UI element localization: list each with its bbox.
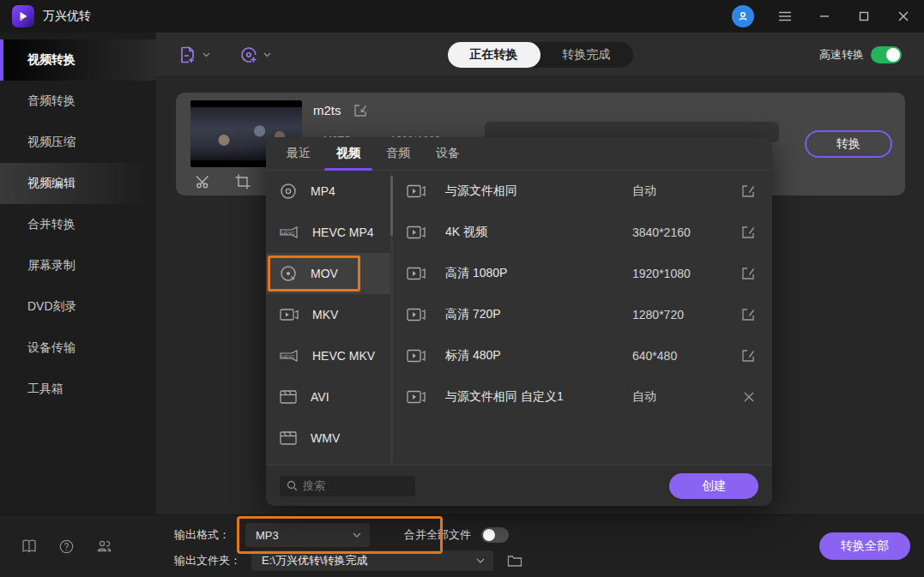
help-icon[interactable]: [59, 539, 74, 554]
svg-text:HEVC: HEVC: [281, 354, 295, 359]
edit-icon[interactable]: [741, 267, 755, 280]
preset-same-as-source[interactable]: 与源文件相同 自动: [399, 171, 772, 212]
edit-icon[interactable]: [741, 308, 755, 322]
preset-value: 自动: [632, 389, 743, 405]
sidebar-item-label: 音频转换: [27, 93, 75, 109]
format-item-avi[interactable]: AVI: [266, 376, 390, 418]
contact-support-icon[interactable]: [96, 539, 112, 553]
output-format-select[interactable]: MP3: [245, 523, 370, 547]
merge-all-label: 合并全部文件: [404, 527, 471, 543]
popup-tab-device[interactable]: 设备: [436, 137, 460, 171]
delete-icon[interactable]: [743, 391, 755, 403]
svg-text:HEVC: HEVC: [281, 231, 295, 236]
preset-value: 自动: [632, 183, 741, 199]
sidebar-item-video-convert[interactable]: 视频转换: [0, 39, 156, 81]
convert-all-button[interactable]: 转换全部: [819, 532, 910, 560]
sidebar-item-label: 视频转换: [27, 52, 75, 68]
sidebar-item-dvd-burn[interactable]: DVD刻录: [0, 286, 156, 328]
output-format-popup: 最近 视频 音频 设备 MP4 HEVC: [266, 137, 772, 506]
format-search-input[interactable]: [303, 479, 408, 492]
edit-icon[interactable]: [741, 349, 755, 363]
account-avatar[interactable]: [732, 5, 754, 27]
task-list-area: m2ts M2TS 1920*1080 转换: [156, 77, 924, 514]
add-file-button[interactable]: [178, 45, 210, 64]
format-item-mov[interactable]: MOV: [266, 253, 390, 294]
format-item-mkv[interactable]: MKV: [266, 294, 390, 335]
tab-finished[interactable]: 转换完成: [541, 42, 633, 68]
merge-all-toggle[interactable]: [481, 527, 509, 543]
output-folder-path: E:\万兴优转\转换完成: [262, 553, 476, 568]
sidebar-item-label: DVD刻录: [27, 299, 77, 315]
rename-icon[interactable]: [353, 104, 367, 117]
output-folder-label: 输出文件夹：: [174, 553, 241, 568]
popup-tab-recent[interactable]: 最近: [287, 137, 311, 171]
preset-label: 与源文件相同: [445, 183, 632, 199]
format-label: MOV: [311, 267, 338, 280]
trim-icon[interactable]: [195, 173, 212, 190]
format-label: AVI: [311, 390, 329, 404]
sidebar-item-video-compress[interactable]: 视频压缩: [0, 122, 156, 163]
app-window: 万兴优转 视频转换 音频转换 视频压缩 视频编辑 合并转: [0, 0, 924, 577]
minimize-button[interactable]: [816, 8, 833, 25]
preset-value: 1920*1080: [632, 267, 741, 280]
fast-convert-label: 高速转换: [819, 47, 864, 63]
sidebar-item-label: 视频编辑: [27, 176, 75, 191]
edit-icon[interactable]: [741, 184, 755, 198]
menu-icon[interactable]: [776, 8, 794, 25]
sidebar-item-device-transfer[interactable]: 设备传输: [0, 328, 156, 369]
user-guide-icon[interactable]: [21, 539, 37, 553]
preset-4k[interactable]: 4K 视频 3840*2160: [399, 212, 772, 253]
sidebar-item-label: 屏幕录制: [27, 258, 75, 273]
preset-list: 与源文件相同 自动 4K 视频 3840*2160: [390, 171, 772, 465]
format-item-mp4[interactable]: MP4: [266, 171, 390, 212]
preset-1080p[interactable]: 高清 1080P 1920*1080: [399, 253, 772, 294]
sidebar-item-toolbox[interactable]: 工具箱: [0, 369, 156, 410]
disc-icon: [279, 264, 298, 283]
preset-label: 与源文件相同 自定义1: [445, 389, 632, 405]
disc-icon: [279, 182, 298, 201]
format-item-wmv[interactable]: WMV: [266, 418, 390, 459]
sidebar: 视频转换 音频转换 视频压缩 视频编辑 合并转换 屏幕录制 DVD刻录 设备传输…: [0, 33, 156, 514]
format-list-scrollbar[interactable]: [390, 172, 393, 463]
format-item-hevc-mkv[interactable]: HEVC HEVC MKV: [266, 335, 390, 376]
format-label: MP4: [311, 184, 335, 198]
open-folder-icon[interactable]: [507, 555, 522, 568]
create-preset-button[interactable]: 创建: [669, 473, 758, 499]
sidebar-item-label: 合并转换: [27, 217, 75, 232]
preset-720p[interactable]: 高清 720P 1280*720: [399, 294, 772, 335]
tab-converting[interactable]: 正在转换: [448, 42, 541, 68]
sidebar-item-audio-convert[interactable]: 音频转换: [0, 81, 156, 122]
load-dvd-button[interactable]: [239, 45, 271, 64]
preset-label: 高清 1080P: [445, 266, 632, 281]
maximize-button[interactable]: [855, 8, 873, 25]
video-camera-icon: [279, 306, 299, 323]
preset-label: 标清 480P: [445, 348, 632, 364]
bottombar: 输出格式： MP3 合并全部文件 输出文件夹： E:\万兴优转\转换完成 转换全…: [0, 514, 924, 577]
popup-tab-video[interactable]: 视频: [336, 137, 360, 171]
sidebar-item-merge-convert[interactable]: 合并转换: [0, 204, 156, 245]
video-camera-icon: [406, 348, 426, 364]
convert-button[interactable]: 转换: [805, 130, 892, 158]
preset-480p[interactable]: 标清 480P 640*480: [399, 335, 772, 376]
preset-custom-1[interactable]: 与源文件相同 自定义1 自动: [399, 376, 772, 418]
fast-convert-toggle[interactable]: [871, 46, 902, 63]
output-folder-select[interactable]: E:\万兴优转\转换完成: [251, 550, 493, 571]
sidebar-item-video-edit[interactable]: 视频编辑: [0, 163, 156, 204]
chevron-down-icon: [476, 558, 485, 563]
app-title: 万兴优转: [43, 9, 91, 24]
close-button[interactable]: [895, 8, 912, 25]
crop-icon[interactable]: [234, 173, 251, 190]
sidebar-item-label: 视频压缩: [27, 135, 75, 150]
popup-tab-audio[interactable]: 音频: [386, 137, 410, 171]
clapperboard-icon: [279, 388, 298, 406]
edit-icon[interactable]: [741, 225, 755, 239]
sidebar-item-label: 设备传输: [27, 340, 75, 356]
clapperboard-icon: [279, 430, 298, 447]
format-label: HEVC MP4: [312, 225, 374, 239]
sidebar-item-screen-record[interactable]: 屏幕录制: [0, 245, 156, 286]
format-search-box: [280, 476, 415, 496]
format-item-hevc-mp4[interactable]: HEVC HEVC MP4: [266, 212, 390, 253]
video-camera-icon: [406, 183, 426, 199]
video-camera-icon: [406, 266, 426, 281]
chevron-down-icon: [353, 532, 361, 538]
